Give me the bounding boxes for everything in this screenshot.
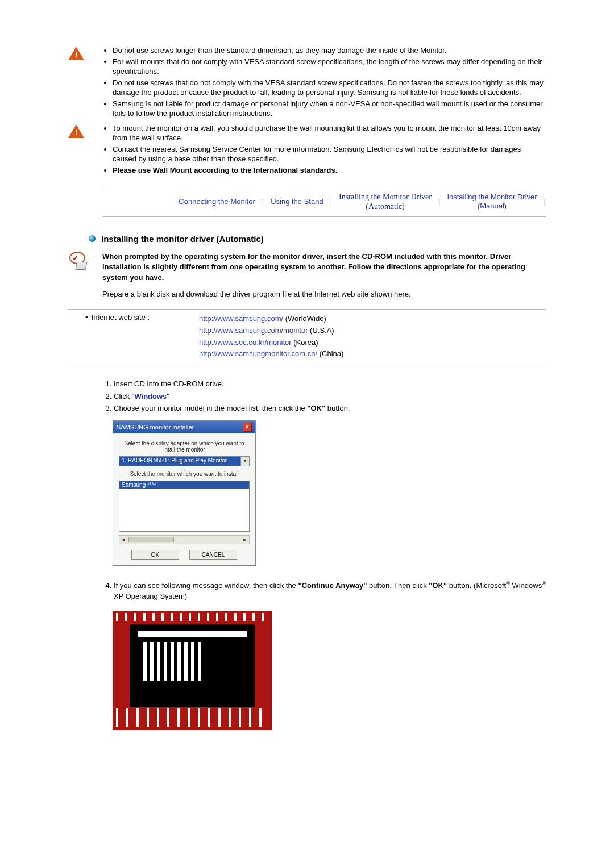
link-region: (WorldWide) [283,314,326,323]
warning-list-1: Do not use screws longer than the standa… [102,45,546,120]
nav-label: Installing the Monitor Driver [339,193,432,201]
link-url[interactable]: http://www.sec.co.kr/monitor [199,338,292,347]
continue-anyway-keyword: "Continue Anyway" [298,581,367,590]
monitor-selected-row[interactable]: Samsung **** [119,481,249,489]
link-region: (China) [317,349,343,358]
monitor-listbox[interactable]: Samsung **** [119,481,250,532]
step-text: button. Then click [367,581,429,590]
warning-item: Samsung is not liable for product damage… [113,99,546,120]
nav-driver-auto[interactable]: Installing the Monitor Driver (Automatic… [339,192,432,212]
link-row: http://www.samsung.com/monitor (U.S.A) [199,325,546,337]
link-url[interactable]: http://www.samsung.com/ [199,314,283,323]
warning-item: To mount the monitor on a wall, you shou… [113,123,546,144]
link-region: (Korea) [292,338,318,347]
installer-titlebar: SAMSUNG monitor installer × [113,421,255,433]
adapter-selected: 1. RADEON 9550 : Plug and Play Monitor [119,457,240,466]
checklist-icon: ✓ [68,252,88,271]
install-steps: Insert CD into the CD-ROM drive. Click "… [102,378,546,415]
link-row: http://www.samsungmonitor.com.cn/ (China… [199,348,546,360]
ok-keyword: "OK" [307,404,325,412]
warning-icon [68,124,84,138]
scroll-right-icon[interactable]: ► [241,536,249,544]
nav-divider: | [438,198,440,206]
step-3: Choose your monitor model in the model l… [114,402,546,415]
ok-keyword: "OK" [429,581,447,590]
warning-list-2: To mount the monitor on a wall, you shou… [102,123,546,177]
warning-item: For wall mounts that do not comply with … [113,57,546,78]
installer-title-text: SAMSUNG monitor installer [117,424,194,431]
nav-label: (Manual) [478,202,507,210]
internet-links: Internet web site : http://www.samsung.c… [68,309,546,364]
step-2: Click "Windows" [114,390,546,403]
step-text: Choose your monitor model in the model l… [114,404,307,412]
nav-stand[interactable]: Using the Stand [271,197,323,206]
step-text: If you can see following message window,… [114,581,298,590]
section-bullet-icon [89,235,96,242]
close-icon[interactable]: × [243,423,252,432]
nav-label: Installing the Monitor Driver [447,193,537,201]
installer-monitor-label: Select the monitor which you want to ins… [119,471,250,477]
link-url[interactable]: http://www.samsungmonitor.com.cn/ [199,349,317,358]
step-text: Click " [114,392,134,400]
horizontal-scrollbar[interactable]: ◄ ► [119,535,250,544]
intro-bold-text: When prompted by the operating system fo… [102,252,546,284]
nav-connecting[interactable]: Connecting the Monitor [179,197,255,206]
intro-plain-text: Prepare a blank disk and download the dr… [102,289,546,300]
warning-item: Do not use screws longer than the standa… [113,45,546,57]
step-1: Insert CD into the CD-ROM drive. [114,378,546,390]
step-text: XP Operating System) [114,592,187,600]
link-row: http://www.sec.co.kr/monitor (Korea) [199,337,546,349]
nav-divider: | [330,198,332,206]
warning-item-bold: Please use Wall Mount according to the I… [113,165,546,177]
nav-driver-manual[interactable]: Installing the Monitor Driver (Manual) [447,193,537,211]
step-4: If you can see following message window,… [114,579,546,603]
ok-button[interactable]: OK [131,550,179,560]
registered-mark: ® [506,581,510,586]
links-label: Internet web site : [68,313,199,360]
installer-window: SAMSUNG monitor installer × Select the d… [113,420,256,566]
step-text: button. (Microsoft [447,581,506,590]
link-region: (U.S.A) [308,326,334,335]
link-url[interactable]: http://www.samsung.com/monitor [199,326,308,335]
install-steps-cont: If you can see following message window,… [102,579,546,603]
warning-icon [68,47,84,60]
registered-mark: ® [542,581,546,586]
cancel-button[interactable]: CANCEL [189,550,237,560]
link-row: http://www.samsung.com/ (WorldWide) [199,313,546,325]
step-text: " [167,392,169,400]
nav-divider: | [544,198,546,206]
warning-item: Contact the nearest Samsung Service Cent… [113,144,546,165]
section-nav: Connecting the Monitor | Using the Stand… [102,187,546,217]
hardware-warning-screenshot [113,611,272,730]
adapter-dropdown[interactable]: 1. RADEON 9550 : Plug and Play Monitor ▼ [119,456,250,466]
step-text: button. [325,404,350,412]
warning-item: Do not use screws that do not comply wit… [113,78,546,99]
nav-label: (Automatic) [366,202,404,211]
installer-adapter-label: Select the display adapter on which you … [119,440,250,453]
windows-keyword: Windows [134,392,167,400]
step-text: Windows [510,581,542,590]
chevron-down-icon[interactable]: ▼ [240,457,249,466]
nav-divider: | [262,198,264,206]
scroll-left-icon[interactable]: ◄ [119,536,127,544]
section-title: Installing the monitor driver (Automatic… [101,234,264,244]
scroll-thumb[interactable] [128,537,174,542]
